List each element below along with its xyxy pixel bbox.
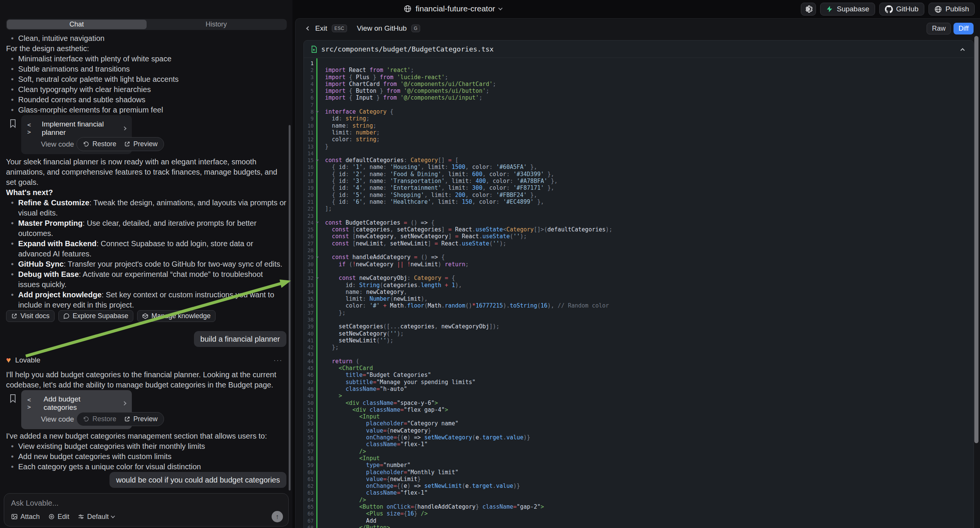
whats-next-heading: What's next? [6, 188, 286, 198]
code-line: 13} [304, 143, 974, 150]
back-chevron-icon[interactable] [306, 26, 310, 30]
code-line: 27 const [newLimit, setNewLimit] = React… [304, 240, 974, 247]
line-number: 65 [304, 503, 313, 510]
code-line: 20 { id: '5', name: 'Shopping', limit: 2… [304, 192, 974, 199]
code-line: 23 [304, 213, 974, 219]
restore-button[interactable]: Restore [83, 140, 116, 148]
list-item: View existing budget categories with the… [6, 441, 286, 452]
gear-icon [804, 5, 813, 13]
view-on-github-link[interactable]: View on GitHub [357, 24, 407, 33]
message-menu-button[interactable]: ··· [274, 356, 286, 364]
restore-icon [83, 416, 89, 422]
publish-button[interactable]: Publish [929, 3, 975, 16]
visit-docs-button[interactable]: Visit docs [6, 310, 54, 322]
collapse-file-button[interactable] [957, 44, 968, 54]
fold-chevron-icon[interactable] [313, 275, 320, 281]
quick-action-row: Visit docs Explore Supabase Manage knowl… [6, 310, 286, 322]
line-number: 51 [304, 406, 313, 413]
code-line: 32 const newCategoryObj: Category = { [304, 275, 974, 281]
file-header[interactable]: src/components/budget/BudgetCategories.t… [304, 41, 974, 58]
code-line: 53 placeholder="Category name" [304, 420, 974, 427]
chevron-right-icon [123, 127, 127, 131]
line-number: 16 [304, 164, 313, 170]
code-line: 38 [304, 316, 974, 323]
fold-chevron-icon[interactable] [313, 157, 320, 164]
code-area[interactable]: 12import React from 'react';3import { Pl… [304, 58, 974, 528]
github-button[interactable]: GitHub [879, 3, 924, 16]
design-bullet-list: Minimalist interface with plenty of whit… [6, 54, 286, 115]
list-item: Glass-morphic elements for a premium fee… [6, 105, 286, 115]
code-line: 37 }; [304, 309, 974, 316]
chat-message-list[interactable]: Clean, intuitive navigation For the desi… [0, 33, 293, 492]
code-line: 1 [304, 60, 974, 67]
chat-scrollbar[interactable] [289, 125, 291, 490]
code-line: 11 limit: number; [304, 129, 974, 136]
raw-toggle-button[interactable]: Raw [927, 23, 951, 35]
code-line: 61 value={newLimit} [304, 476, 974, 483]
code-line: 60 placeholder="Monthly limit" [304, 469, 974, 476]
line-number: 56 [304, 441, 313, 448]
code-scrollbar[interactable] [974, 36, 978, 443]
project-name: financial-future-creator [415, 4, 495, 13]
line-number: 2 [304, 67, 313, 73]
line-number: 19 [304, 184, 313, 191]
list-item: Debug with Ease: Activate our experiment… [6, 269, 286, 290]
code-line: 41 setNewLimit(''); [304, 337, 974, 344]
assistant-name: Lovable [15, 356, 41, 364]
external-link-icon [11, 313, 18, 319]
preview-button[interactable]: Preview [124, 415, 158, 423]
code-line: 52 <Input [304, 413, 974, 420]
fold-chevron-icon[interactable] [313, 219, 320, 226]
mode-selector[interactable]: Default [78, 513, 115, 521]
restore-button[interactable]: Restore [83, 415, 116, 423]
code-line: 8interface Category { [304, 108, 974, 115]
attach-button[interactable]: Attach [11, 513, 40, 521]
code-line: 30 if (!newCategory || !newLimit) return… [304, 261, 974, 268]
fold-chevron-icon[interactable] [313, 108, 320, 115]
line-number: 39 [304, 323, 313, 330]
code-line: 4import ChartCard from '@/components/ui/… [304, 81, 974, 87]
send-button[interactable]: ↑ [272, 511, 283, 522]
chat-input[interactable]: Ask Lovable... [11, 499, 282, 507]
explore-supabase-button[interactable]: Explore Supabase [58, 310, 134, 322]
edit-card-wrap: < > Add budget categories View code Rest… [6, 390, 286, 426]
code-line: 51 <div className="flex gap-4"> [304, 406, 974, 413]
settings-button[interactable] [801, 3, 816, 16]
edit-card-title: Implement financial planner [42, 120, 114, 137]
line-number: 48 [304, 386, 313, 393]
line-number: 61 [304, 476, 313, 483]
code-line: 21 { id: '6', name: 'Healthcare', limit:… [304, 199, 974, 205]
supabase-button[interactable]: Supabase [820, 3, 875, 16]
code-line: 17 { id: '2', name: 'Food & Dining', lim… [304, 171, 974, 178]
list-item: Subtle animations and transitions [6, 64, 286, 74]
tab-chat[interactable]: Chat [7, 20, 146, 29]
project-selector[interactable]: financial-future-creator [403, 4, 502, 13]
code-line: 31 [304, 268, 974, 275]
file-diff-card: src/components/budget/BudgetCategories.t… [304, 40, 974, 528]
tab-history[interactable]: History [146, 20, 286, 29]
code-line: 40 setNewCategory(''); [304, 330, 974, 337]
bookmark-icon[interactable] [9, 119, 17, 128]
design-heading: For the design aesthetic: [6, 44, 286, 54]
list-item: Soft, neutral color palette with light b… [6, 74, 286, 84]
line-number: 17 [304, 171, 313, 178]
knowledge-box-icon [142, 313, 148, 319]
line-number: 52 [304, 413, 313, 420]
external-link-icon [124, 416, 130, 422]
bookmark-icon[interactable] [9, 394, 17, 403]
manage-knowledge-button[interactable]: Manage knowledge [137, 310, 216, 322]
edit-mode-button[interactable]: Edit [48, 513, 69, 521]
line-number: 29 [304, 254, 313, 261]
sliders-icon [78, 513, 84, 520]
line-number: 15 [304, 157, 313, 164]
list-item: Master Prompting: Use clear, detailed, a… [6, 218, 286, 239]
exit-button[interactable]: Exit [315, 24, 327, 33]
whats-next-list: Refine & Customize: Tweak the design, an… [6, 198, 286, 310]
code-line: 56 className="flex-1" [304, 441, 974, 448]
preview-button[interactable]: Preview [124, 140, 158, 148]
line-number: 8 [304, 108, 313, 115]
fold-chevron-icon[interactable] [313, 254, 320, 261]
diff-toggle-button[interactable]: Diff [953, 23, 974, 35]
publish-globe-icon [934, 5, 942, 13]
composer[interactable]: Ask Lovable... Attach Edit [4, 493, 289, 526]
